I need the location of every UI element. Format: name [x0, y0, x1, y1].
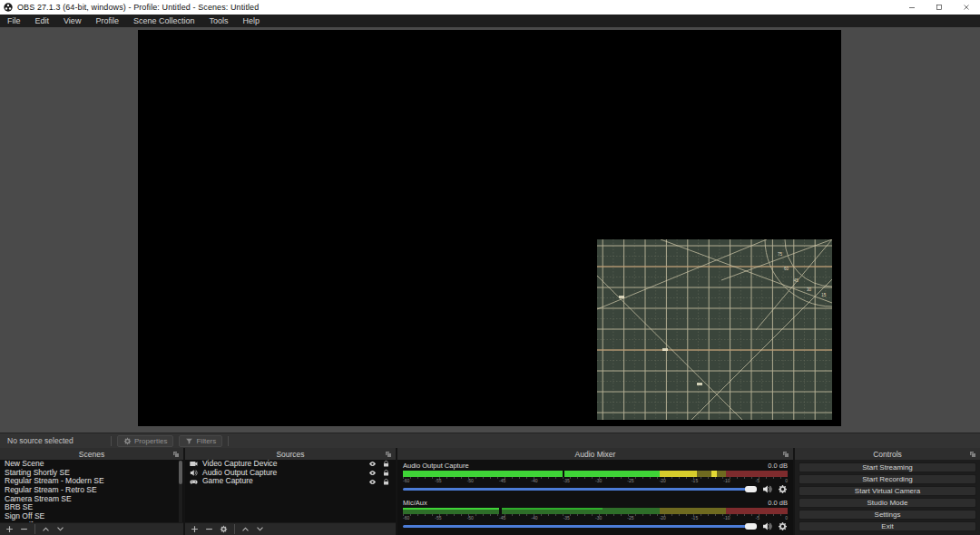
controls-buttons: Start StreamingStart RecordingStart Virt…	[795, 460, 980, 535]
mixer-title: Audio Mixer	[575, 450, 616, 459]
filters-button[interactable]: Filters	[179, 435, 222, 447]
lock-icon[interactable]	[382, 460, 390, 468]
tick-label: -15	[691, 478, 698, 483]
lock-icon[interactable]	[382, 478, 390, 486]
sources-title: Sources	[276, 450, 304, 459]
menu-item[interactable]: View	[56, 15, 88, 27]
tick-label: -60	[403, 515, 409, 520]
source-status-text: No source selected	[7, 436, 105, 445]
titlebar: OBS 27.1.3 (64-bit, windows) - Profile: …	[0, 0, 980, 15]
mixer-panel-header[interactable]: Audio Mixer	[397, 448, 793, 460]
preview-area: 7560453015	[0, 27, 980, 433]
tick-label: -15	[691, 515, 698, 520]
tick-label: -30	[595, 478, 602, 483]
volume-slider-handle[interactable]	[745, 523, 757, 530]
channel-db-value: 0.0 dB	[768, 462, 788, 470]
menu-item[interactable]: Profile	[88, 15, 126, 27]
gear-icon	[123, 437, 132, 445]
svg-text:45: 45	[794, 278, 799, 283]
dock-pin-icon[interactable]	[782, 451, 789, 458]
scenes-panel: Scenes New SceneStarting Shortly SERegul…	[0, 448, 183, 535]
source-properties-button[interactable]	[220, 525, 228, 533]
control-button[interactable]: Start Recording	[799, 474, 976, 484]
control-button[interactable]: Start Virtual Camera	[799, 486, 976, 496]
tick-label: -55	[435, 478, 441, 483]
volume-slider[interactable]	[403, 488, 757, 491]
sources-toolbar	[185, 522, 396, 535]
scrollbar-thumb[interactable]	[179, 461, 182, 484]
preview-canvas[interactable]: 7560453015	[138, 30, 841, 426]
channel-gear-icon[interactable]	[778, 484, 788, 494]
filter-icon	[185, 437, 193, 445]
mute-speaker-icon[interactable]	[762, 521, 772, 531]
scenes-panel-header[interactable]: Scenes	[0, 448, 183, 460]
channel-db-value: 0.0 dB	[768, 499, 788, 507]
move-source-down-button[interactable]	[256, 525, 264, 533]
meter-scale: -60-55-50-45-40-35-30-25-20-15-10-50	[403, 514, 788, 520]
menu-item[interactable]: Tools	[201, 15, 235, 27]
mixer-channel-audio-output: Audio Output Capture 0.0 dB -60-55-50-45…	[403, 462, 788, 495]
sources-panel-header[interactable]: Sources	[185, 448, 396, 460]
tick-label: 0	[785, 515, 788, 520]
tick-label: -20	[660, 478, 666, 483]
maximize-icon	[936, 4, 943, 11]
tick-label: -35	[564, 515, 570, 520]
control-button[interactable]: Settings	[799, 510, 976, 520]
menu-item[interactable]: Scene Collection	[126, 15, 202, 27]
menu-item[interactable]: Help	[235, 15, 267, 27]
move-scene-down-button[interactable]	[56, 525, 64, 533]
tick-label: -45	[499, 515, 505, 520]
move-scene-up-button[interactable]	[42, 525, 50, 533]
tick-label: -40	[531, 478, 537, 483]
eye-icon[interactable]	[368, 460, 377, 468]
sources-list: Video Capture Device Audio Output Captur…	[185, 460, 396, 522]
menu-item[interactable]: File	[0, 15, 28, 27]
menu-item[interactable]: Edit	[28, 15, 57, 27]
control-button[interactable]: Studio Mode	[799, 498, 976, 508]
dock-pin-icon[interactable]	[172, 451, 180, 458]
eye-icon[interactable]	[368, 469, 377, 477]
tick-label: -25	[627, 515, 633, 520]
properties-button[interactable]: Properties	[117, 435, 173, 447]
channel-name: Audio Output Capture	[403, 462, 469, 470]
lock-icon[interactable]	[382, 469, 390, 477]
tick-label: -10	[723, 515, 730, 520]
controls-panel: Controls Start StreamingStart RecordingS…	[795, 448, 980, 535]
eye-icon[interactable]	[368, 478, 377, 486]
volume-slider-handle[interactable]	[745, 486, 757, 492]
tick-label: -30	[595, 515, 602, 520]
tick-label: -25	[627, 478, 633, 483]
remove-source-button[interactable]	[205, 525, 213, 533]
mixer-channel-mic-aux: Mic/Aux 0.0 dB -60-55-50-45-40-35-30-25-…	[403, 499, 788, 532]
mixer-body: Audio Output Capture 0.0 dB -60-55-50-45…	[397, 460, 793, 535]
control-button[interactable]: Start Streaming	[799, 462, 976, 472]
remove-scene-button[interactable]	[20, 525, 28, 533]
tick-label: -55	[435, 515, 441, 520]
mute-speaker-icon[interactable]	[762, 484, 772, 494]
separator	[111, 436, 112, 446]
window-controls	[898, 0, 980, 15]
add-source-button[interactable]	[191, 525, 199, 533]
maximize-button[interactable]	[926, 0, 953, 15]
svg-text:60: 60	[784, 267, 789, 271]
volume-slider[interactable]	[403, 525, 757, 528]
video-capture-preview[interactable]: 7560453015	[597, 239, 832, 420]
minimize-button[interactable]	[898, 0, 926, 15]
controls-panel-header[interactable]: Controls	[795, 448, 980, 460]
dock-pin-icon[interactable]	[385, 451, 392, 458]
volume-meter	[403, 471, 788, 477]
scenes-scrollbar[interactable]	[179, 461, 182, 522]
window-title: OBS 27.1.3 (64-bit, windows) - Profile: …	[17, 3, 259, 12]
control-button[interactable]: Exit	[799, 521, 976, 531]
move-source-up-button[interactable]	[241, 525, 250, 533]
tick-label: -60	[403, 478, 409, 483]
tick-label: -5	[756, 515, 760, 520]
dock-pin-icon[interactable]	[969, 451, 976, 458]
tick-label: -40	[531, 515, 537, 520]
source-row[interactable]: Game Capture	[185, 477, 396, 486]
menubar: FileEditViewProfileScene CollectionTools…	[0, 15, 980, 27]
close-button[interactable]	[953, 0, 980, 15]
tick-label: -5	[756, 478, 760, 483]
add-scene-button[interactable]	[5, 525, 14, 533]
channel-gear-icon[interactable]	[778, 521, 788, 531]
